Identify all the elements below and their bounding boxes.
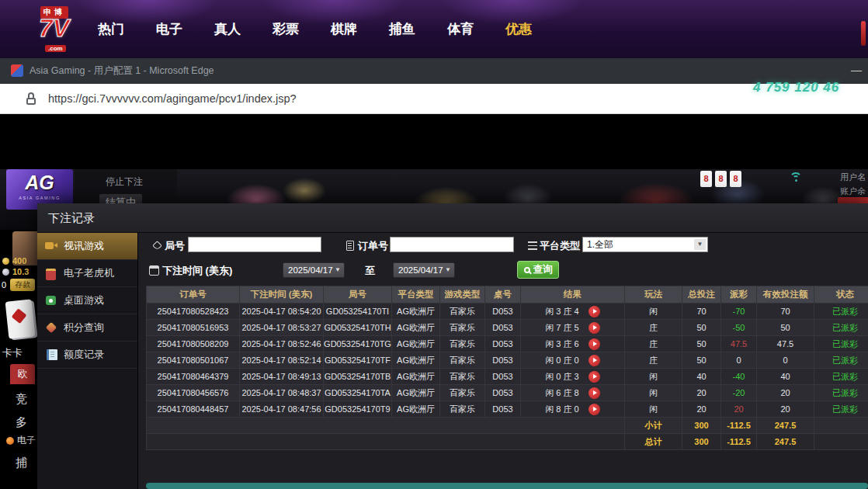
mini-card: 8 <box>715 171 727 187</box>
nav-item[interactable]: 热门 <box>98 20 124 38</box>
menu-item-icon <box>45 295 57 306</box>
replay-button[interactable] <box>589 355 600 366</box>
edge-titlebar: Asia Gaming - 用户配置 1 - Microsoft Edge — <box>0 58 868 84</box>
status-cell: 已派彩 <box>814 336 868 352</box>
menu-item[interactable]: 桌面游戏 <box>37 287 137 314</box>
subtotal-spacer <box>147 418 625 434</box>
result-cell: 闲 7 庄 5 <box>521 320 625 336</box>
table-row: 250417080516953 2025-04-17 08:53:27 GD05… <box>147 320 868 336</box>
rail-item-jing[interactable]: 竞 <box>16 392 27 407</box>
to-label: 至 <box>365 264 375 278</box>
lock-icon[interactable] <box>26 92 36 106</box>
payout-cell: 0 <box>721 352 757 369</box>
card-result-strip: 888 <box>700 171 741 187</box>
date-to-value: 2025/04/17 <box>398 265 443 275</box>
date-from-value: 2025/04/17 <box>288 265 333 275</box>
logo-sub-text: .com <box>45 45 66 52</box>
table-header-cell: 玩法 <box>625 286 682 303</box>
url-text[interactable]: https://gci.7vvvvvv.com/agingame/pcv1/in… <box>48 84 297 114</box>
replay-button[interactable] <box>589 338 600 350</box>
platform-cell: AG欧洲厅 <box>392 369 440 385</box>
play-type-cell: 庄 <box>625 352 682 369</box>
rail-item-dianzi[interactable]: 电子 <box>6 434 36 447</box>
stop-betting-label: 停止下注 <box>106 175 143 189</box>
replay-button[interactable] <box>589 387 600 399</box>
platform-select[interactable]: 1.全部 ▼ <box>582 237 708 252</box>
bet-time-cell: 2025-04-17 08:48:37 <box>240 385 324 401</box>
gold-coin-icon <box>2 258 9 265</box>
slot-dot-icon <box>6 437 14 445</box>
nav-item[interactable]: 体育 <box>447 20 474 38</box>
valid-bet-cell: 20 <box>757 401 814 418</box>
nav-item[interactable]: 棋牌 <box>331 20 357 38</box>
play-type-cell: 庄 <box>625 336 682 352</box>
total-row: 总计 300 -112.5 247.5 <box>147 434 868 450</box>
round-input[interactable] <box>188 237 321 252</box>
search-icon <box>524 267 530 273</box>
menu-item[interactable]: 电子老虎机 <box>37 260 137 287</box>
bet-records-table: 订单号下注时间 (美东)局号平台类型游戏类型桌号结果玩法总投注派彩有效投注额状态… <box>146 286 868 450</box>
subtotal-row: 小计 300 -112.5 247.5 <box>147 418 868 434</box>
silver-coin-icon <box>2 269 9 276</box>
rail-item-kaka[interactable]: 卡卡 <box>2 346 23 360</box>
nav-item[interactable]: 真人 <box>214 20 241 38</box>
rail-tab-eu[interactable]: 欧 <box>10 364 35 384</box>
horizontal-scrollbar[interactable] <box>146 483 868 489</box>
date-to-dropdown[interactable]: 2025/04/17 ▼ <box>393 262 455 278</box>
order-id-cell: 250417080516953 <box>147 320 240 336</box>
valid-bet-cell: 70 <box>757 303 814 320</box>
total-bet-cell: 20 <box>682 385 721 401</box>
query-button-label: 查询 <box>533 263 553 276</box>
modal-title: 下注记录 <box>48 203 95 233</box>
total-valid: 247.5 <box>757 434 814 450</box>
wifi-icon <box>789 172 803 185</box>
nav-item[interactable]: 彩票 <box>273 20 299 38</box>
rail-item-duo[interactable]: 多 <box>16 415 27 430</box>
game-type-cell: 百家乐 <box>440 320 485 336</box>
replay-button[interactable] <box>589 306 600 317</box>
result-text: 闲 0 庄 0 <box>545 355 578 366</box>
valid-bet-cell: 47.5 <box>757 336 814 352</box>
site-nav: 申博 7V .com 热门 电子 真人 彩票 棋牌 捕鱼 体育 优惠 <box>0 0 868 58</box>
list-icon <box>528 241 537 250</box>
modal-menu: 视讯游戏 电子老虎机 桌面游戏 积分查询 额度记录 <box>37 233 138 489</box>
table-header-cell: 游戏类型 <box>440 286 485 303</box>
menu-item-label: 额度记录 <box>64 348 104 362</box>
replay-button[interactable] <box>589 371 600 383</box>
bet-time-label: 下注时间 (美东) <box>162 264 232 278</box>
replay-button[interactable] <box>589 322 600 334</box>
nav-item[interactable]: 电子 <box>156 20 182 38</box>
nav-item[interactable]: 捕鱼 <box>389 20 415 38</box>
query-button[interactable]: 查询 <box>517 261 559 279</box>
date-from-dropdown[interactable]: 2025/04/17 ▼ <box>283 262 345 278</box>
platform-cell: AG欧洲厅 <box>392 401 440 418</box>
menu-item[interactable]: 额度记录 <box>37 342 137 369</box>
total-status-spacer <box>814 434 868 450</box>
bet-time-cell: 2025-04-17 08:49:13 <box>240 369 324 385</box>
result-cell: 闲 8 庄 0 <box>521 401 625 418</box>
nav-item[interactable]: 优惠 <box>505 20 532 38</box>
site-logo[interactable]: 申博 7V .com <box>34 5 90 54</box>
balance-gold-row: 400 <box>2 256 26 265</box>
poker-cards-image[interactable] <box>5 299 36 338</box>
result-cell: 闲 3 庄 4 <box>521 303 625 320</box>
decorative-red-banner <box>861 21 866 46</box>
table-no-cell: D053 <box>485 401 521 418</box>
minimize-button[interactable]: — <box>845 58 868 84</box>
table-no-cell: D053 <box>485 369 521 385</box>
order-input[interactable] <box>390 237 514 252</box>
order-id-cell: 250417080508209 <box>147 336 240 352</box>
menu-item-icon <box>45 349 57 360</box>
menu-item[interactable]: 积分查询 <box>37 314 137 342</box>
total-bet-cell: 20 <box>682 401 721 418</box>
rail-item-bu[interactable]: 捕 <box>16 456 27 470</box>
game-type-cell: 百家乐 <box>440 352 485 369</box>
menu-item[interactable]: 视讯游戏 <box>37 233 137 260</box>
deposit-button[interactable]: 存款 <box>10 279 35 291</box>
platform-cell: AG欧洲厅 <box>392 303 440 320</box>
round-id-cell: GD053254170TH <box>324 320 392 336</box>
menu-item-label: 视讯游戏 <box>64 239 104 253</box>
main-nav: 热门 电子 真人 彩票 棋牌 捕鱼 体育 优惠 <box>98 0 532 58</box>
replay-button[interactable] <box>589 404 600 415</box>
total-bet-cell: 50 <box>682 320 721 336</box>
